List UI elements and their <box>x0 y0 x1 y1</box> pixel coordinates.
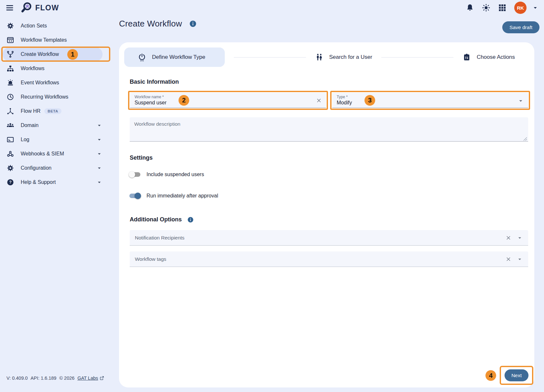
create-workflow-card: Define Workflow Type Search for a User C… <box>119 42 534 387</box>
type-field[interactable]: Type * Modify 3 <box>332 93 528 108</box>
clear-icon[interactable] <box>505 235 512 241</box>
page-title: Create Workflow <box>119 19 182 29</box>
app-logo[interactable]: FLOW <box>20 1 59 14</box>
sidebar-item-label: Configuration <box>21 165 51 171</box>
clipboard-actions-icon <box>462 53 471 61</box>
workflow-name-input[interactable] <box>135 100 312 106</box>
annotation-badge-1: 1 <box>67 49 78 60</box>
flow-hr-icon <box>6 107 14 115</box>
toggle-label: Include suspended users <box>147 172 204 177</box>
stepper-connector <box>381 57 453 58</box>
dropdown-caret-icon[interactable] <box>517 97 524 104</box>
flow-logo-icon <box>20 1 33 14</box>
dropdown-caret-icon[interactable] <box>517 235 523 241</box>
sidebar-item-label: Create Workflow <box>21 51 59 57</box>
step-label: Choose Actions <box>477 54 515 60</box>
avatar[interactable]: RK <box>514 2 527 14</box>
annotation-rect-2: Workflow name * 2 <box>128 91 328 110</box>
sidebar-item-label: Webhooks & SIEM <box>21 151 64 157</box>
workflow-description-input[interactable] <box>130 117 528 142</box>
copyright: © 2026 <box>59 376 74 381</box>
next-button[interactable]: Next <box>505 369 528 381</box>
sidebar-item-configuration[interactable]: Configuration <box>0 161 111 175</box>
chevron-down-icon <box>96 136 103 143</box>
chevron-down-icon <box>96 179 103 185</box>
settings-heading: Settings <box>130 154 534 161</box>
chevron-down-icon <box>96 122 103 129</box>
additional-options-title: Additional Options <box>130 216 182 223</box>
type-label: Type * <box>337 95 514 99</box>
api-version: API: 1.6.189 <box>31 376 57 381</box>
sidebar-item-event-workflows[interactable]: Event Workflows <box>0 76 111 90</box>
sidebar-item-label: Recurring Workflows <box>21 94 68 100</box>
notification-recipients-field[interactable]: Notification Recipients <box>130 230 528 246</box>
step-label: Define Workflow Type <box>152 54 205 60</box>
include-suspended-users-row: Include suspended users <box>129 171 534 178</box>
account-menu-caret-icon[interactable] <box>532 4 539 11</box>
workflows-icon <box>6 65 14 72</box>
app-version: V: 0.409.0 <box>6 376 28 381</box>
sidebar-item-label: Event Workflows <box>21 80 59 86</box>
apps-grid-icon[interactable] <box>498 4 506 12</box>
domain-icon <box>6 122 14 129</box>
recurring-workflows-icon <box>6 93 14 101</box>
toggle-label: Run immediately after approval <box>147 193 218 199</box>
workflow-name-field[interactable]: Workflow name * 2 <box>130 93 326 108</box>
log-icon <box>6 136 14 143</box>
event-workflows-icon <box>6 79 14 87</box>
chevron-down-icon <box>96 151 103 157</box>
sidebar: Action Sets Workflow Templates Create Wo… <box>0 19 111 189</box>
additional-options-heading: Additional Options <box>130 216 534 223</box>
sidebar-item-label: Workflows <box>21 66 45 71</box>
page-header: Create Workflow <box>119 19 197 29</box>
annotation-badge-4: 4 <box>485 370 496 381</box>
step-search-for-a-user[interactable]: Search for a User <box>315 53 372 61</box>
gat-labs-link[interactable]: GAT Labs <box>77 376 104 381</box>
sidebar-item-label: Help & Support <box>21 179 56 185</box>
step-choose-actions[interactable]: Choose Actions <box>462 53 515 61</box>
sidebar-item-label: Workflow Templates <box>21 37 67 43</box>
create-workflow-icon <box>6 50 14 58</box>
sidebar-item-webhooks-siem[interactable]: Webhooks & SIEM <box>0 147 111 161</box>
stepper-connector <box>234 57 306 58</box>
notification-recipients-label: Notification Recipients <box>135 235 505 241</box>
workflow-name-label: Workflow name * <box>135 95 312 99</box>
annotation-badge-2: 2 <box>179 95 189 106</box>
dropdown-caret-icon[interactable] <box>517 256 523 262</box>
annotation-rect-4: 4 Next <box>500 366 533 385</box>
info-icon[interactable] <box>189 20 197 27</box>
chevron-down-icon <box>96 165 103 171</box>
info-icon[interactable] <box>187 217 194 223</box>
workflow-tags-field[interactable]: Workflow tags <box>130 251 528 267</box>
clear-icon[interactable] <box>316 97 322 104</box>
notifications-icon[interactable] <box>466 4 474 12</box>
sidebar-item-help-support[interactable]: Help & Support <box>0 175 111 189</box>
sidebar-item-workflow-templates[interactable]: Workflow Templates <box>0 33 111 47</box>
theme-toggle-icon[interactable] <box>482 4 490 12</box>
external-link-icon <box>100 376 104 380</box>
sidebar-item-flow-hr[interactable]: Flow HR BETA <box>0 104 111 118</box>
users-icon <box>315 53 323 61</box>
workflow-tags-label: Workflow tags <box>135 256 505 262</box>
workflow-stepper: Define Workflow Type Search for a User C… <box>119 42 534 67</box>
sidebar-item-domain[interactable]: Domain <box>0 118 111 132</box>
type-value: Modify <box>337 100 514 106</box>
sidebar-item-create-workflow[interactable]: Create Workflow 1 <box>3 47 103 61</box>
version-footer: V: 0.409.0 API: 1.6.189 © 2026 GAT Labs <box>6 376 104 381</box>
clear-icon[interactable] <box>505 256 512 262</box>
power-icon <box>138 53 146 61</box>
sidebar-item-action-sets[interactable]: Action Sets <box>0 19 111 33</box>
sidebar-item-log[interactable]: Log <box>0 132 111 147</box>
step-define-workflow-type[interactable]: Define Workflow Type <box>124 48 225 67</box>
app-name: FLOW <box>35 4 59 12</box>
save-draft-button[interactable]: Save draft <box>502 21 539 33</box>
menu-icon[interactable] <box>5 3 14 12</box>
beta-badge: BETA <box>44 108 61 114</box>
run-immediately-toggle[interactable] <box>129 192 141 199</box>
include-suspended-users-toggle[interactable] <box>129 171 141 178</box>
sidebar-item-recurring-workflows[interactable]: Recurring Workflows <box>0 90 111 104</box>
top-bar: FLOW RK <box>0 0 544 16</box>
basic-information-heading: Basic Information <box>130 79 534 85</box>
sidebar-item-workflows[interactable]: Workflows <box>0 61 111 76</box>
annotation-rect-3: Type * Modify 3 <box>330 91 530 110</box>
